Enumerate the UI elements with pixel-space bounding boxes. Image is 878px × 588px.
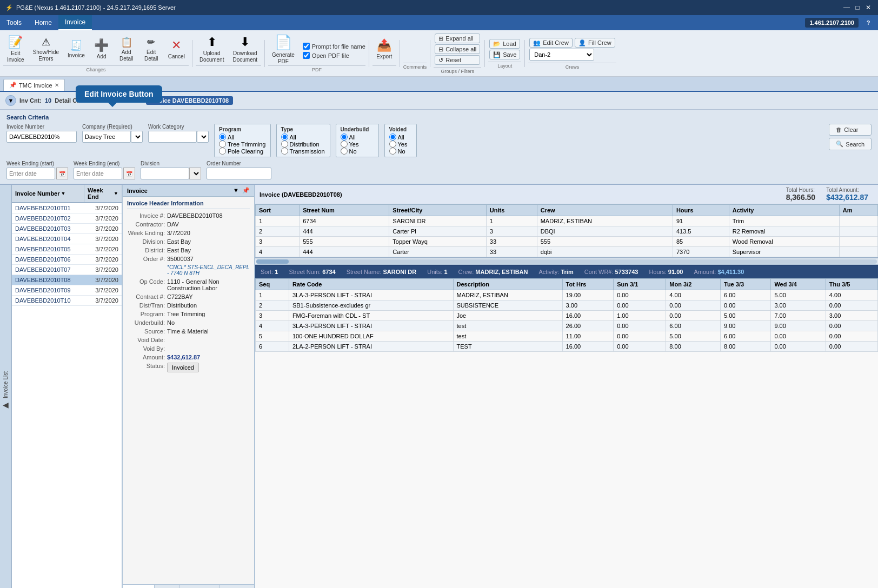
reset-button[interactable]: ↺ Reset [435, 55, 480, 65]
type-distribution-option[interactable]: Distribution [281, 141, 325, 148]
tab-close-button[interactable]: ✕ [55, 82, 59, 88]
invoice-list-row[interactable]: DAVEBEBD2010T01 3/7/2020 [12, 203, 122, 213]
edit-crew-button[interactable]: 👥 Edit Crew [529, 38, 573, 48]
program-tree-trimming-radio[interactable] [219, 141, 226, 148]
invoice-list-row[interactable]: DAVEBEBD2010T09 3/7/2020 [12, 285, 122, 296]
type-transmission-option[interactable]: Transmission [281, 148, 325, 155]
underbuild-no-option[interactable]: No [341, 148, 374, 155]
menu-tools[interactable]: Tools [0, 15, 28, 30]
invoice-list-row[interactable]: DAVEBEBD2010T06 3/7/2020 [12, 255, 122, 265]
company-input[interactable] [82, 131, 131, 143]
show-hide-errors-button[interactable]: ⚠ Show/HideErrors [29, 34, 63, 64]
street-num-col-header[interactable]: Street Num [300, 205, 389, 216]
type-transmission-radio[interactable] [281, 148, 288, 155]
voided-all-radio[interactable] [389, 133, 396, 141]
wed-col-header[interactable]: Wed 3/4 [771, 279, 826, 290]
open-pdf-checkbox[interactable] [303, 52, 310, 59]
underbuild-all-option[interactable]: All [341, 133, 374, 141]
program-pole-clearing-option[interactable]: Pole Clearing [219, 148, 266, 155]
invoice-list-row[interactable]: DAVEBEBD2010T03 3/7/2020 [12, 224, 122, 234]
tab-pin-icon[interactable]: 📌 [9, 82, 17, 89]
week-end-col-header[interactable]: Week End ▼ [84, 185, 122, 202]
invoice-list-collapse-button[interactable]: Invoice List ◀ [0, 185, 12, 588]
division-dropdown[interactable]: ▼ [189, 168, 201, 179]
table-row[interactable]: 2 444 Carter Pl 3 DBQI 413.5 R2 Removal [256, 226, 878, 237]
fill-crew-button[interactable]: 👤 Fill Crew [575, 38, 615, 48]
voided-all-option[interactable]: All [389, 133, 412, 141]
work-category-input[interactable] [148, 131, 197, 143]
panel-dropdown-icon[interactable]: ▼ [233, 187, 239, 194]
mon-col-header[interactable]: Mon 3/2 [666, 279, 721, 290]
division-input[interactable] [141, 168, 189, 179]
collapse-all-button[interactable]: ⊟ Collapse all [435, 44, 480, 54]
units-col-header[interactable]: Units [486, 205, 537, 216]
edit-detail-button[interactable]: ✏ EditDetail [139, 34, 163, 64]
invoice-list-row[interactable]: DAVEBEBD2010T04 3/7/2020 [12, 234, 122, 244]
week-ending-end-input[interactable] [74, 168, 122, 179]
voided-yes-option[interactable]: Yes [389, 141, 412, 148]
rate-code-col-header[interactable]: Rate Code [289, 279, 453, 290]
amount-col-header[interactable]: Am [839, 205, 877, 216]
underbuild-no-radio[interactable] [341, 148, 348, 155]
type-all-option[interactable]: All [281, 133, 325, 141]
street-city-col-header[interactable]: Street/City [389, 205, 486, 216]
underbuild-yes-radio[interactable] [341, 141, 348, 148]
invoice-number-col-header[interactable]: Invoice Number ▼ [12, 185, 84, 202]
sort-col-header[interactable]: Sort [256, 205, 300, 216]
invoice-list-row[interactable]: DAVEBEBD2010T08 3/7/2020 [12, 275, 122, 285]
underbuild-all-radio[interactable] [341, 133, 348, 141]
table-row[interactable]: 4 444 Carter 33 dqbi 7370 Supervisor [256, 247, 878, 257]
add-button[interactable]: ➕ Add [90, 34, 114, 64]
main-table-scrollbar[interactable] [255, 258, 878, 265]
detail-tab-invoice[interactable]: Invoice [123, 585, 155, 588]
menu-home[interactable]: Home [28, 15, 58, 30]
prompt-file-name-option[interactable]: Prompt for file name [303, 43, 365, 50]
underbuild-yes-option[interactable]: Yes [341, 141, 374, 148]
expand-all-button[interactable]: ⊞ Expand all [435, 34, 480, 43]
minimize-button[interactable]: — [842, 3, 851, 12]
sun-col-header[interactable]: Sun 3/1 [614, 279, 666, 290]
seq-col-header[interactable]: Seq [256, 279, 289, 290]
table-row[interactable]: 1 3LA-3-PERSON LIFT - STRAI MADRIZ, ESTI… [256, 290, 878, 300]
cancel-button[interactable]: ✕ Cancel [164, 34, 189, 64]
download-document-button[interactable]: ⬇ DownloadDocument [229, 34, 261, 64]
edit-invoice-button[interactable]: 📝 EditInvoice [3, 34, 28, 64]
add-detail-button[interactable]: 📋 AddDetail [115, 34, 138, 64]
description-col-header[interactable]: Description [453, 279, 562, 290]
invoice-list-row[interactable]: DAVEBEBD2010T02 3/7/2020 [12, 213, 122, 224]
maximize-button[interactable]: □ [853, 3, 862, 12]
program-all-option[interactable]: All [219, 133, 266, 141]
open-pdf-option[interactable]: Open PDF file [303, 52, 365, 59]
invoice-button[interactable]: 🧾 Invoice [64, 34, 89, 64]
table-row[interactable]: 3 FMG-Foreman with CDL - ST Joe 16.00 1.… [256, 311, 878, 321]
hours-col-header[interactable]: Hours [673, 205, 729, 216]
clear-button[interactable]: 🗑 Clear [829, 124, 872, 136]
activity-col-header[interactable]: Activity [729, 205, 839, 216]
search-button[interactable]: 🔍 Search [829, 138, 872, 150]
load-button[interactable]: 📂 Load [489, 39, 520, 49]
type-distribution-radio[interactable] [281, 141, 288, 148]
voided-no-option[interactable]: No [389, 148, 412, 155]
week-ending-end-calendar[interactable]: 📅 [123, 168, 135, 179]
week-ending-start-calendar[interactable]: 📅 [56, 168, 68, 179]
table-row[interactable]: 5 100-ONE HUNDRED DOLLAF test 11.00 0.00… [256, 331, 878, 342]
export-button[interactable]: 📤 Export [373, 34, 396, 64]
detail-tab-docs[interactable]: Docs [155, 585, 179, 588]
prompt-file-name-checkbox[interactable] [303, 43, 310, 50]
invoice-list-row[interactable]: DAVEBEBD2010T07 3/7/2020 [12, 265, 122, 275]
crew-select[interactable]: Dan-2 [529, 49, 594, 61]
detail-tab-comments[interactable]: Comments [179, 585, 220, 588]
upload-document-button[interactable]: ⬆ UploadDocument [196, 34, 228, 64]
tue-col-header[interactable]: Tue 3/3 [721, 279, 771, 290]
work-category-dropdown[interactable]: ▼ [197, 131, 209, 143]
help-button[interactable]: ? [863, 17, 874, 28]
table-row[interactable]: 4 3LA-3-PERSON LIFT - STRAI test 26.00 0… [256, 321, 878, 331]
type-all-radio[interactable] [281, 133, 288, 141]
tab-tmc-invoice[interactable]: 📌 TMC Invoice ✕ [3, 79, 65, 91]
save-layout-button[interactable]: 💾 Save [489, 50, 520, 59]
table-row[interactable]: 6 2LA-2-PERSON LIFT - STRAI TEST 16.00 0… [256, 342, 878, 352]
search-toggle-button[interactable]: ▼ [5, 95, 16, 106]
order-number-input[interactable] [207, 168, 271, 179]
company-dropdown[interactable]: ▼ [131, 131, 143, 143]
invoice-list-row[interactable]: DAVEBEBD2010T10 3/7/2020 [12, 296, 122, 306]
